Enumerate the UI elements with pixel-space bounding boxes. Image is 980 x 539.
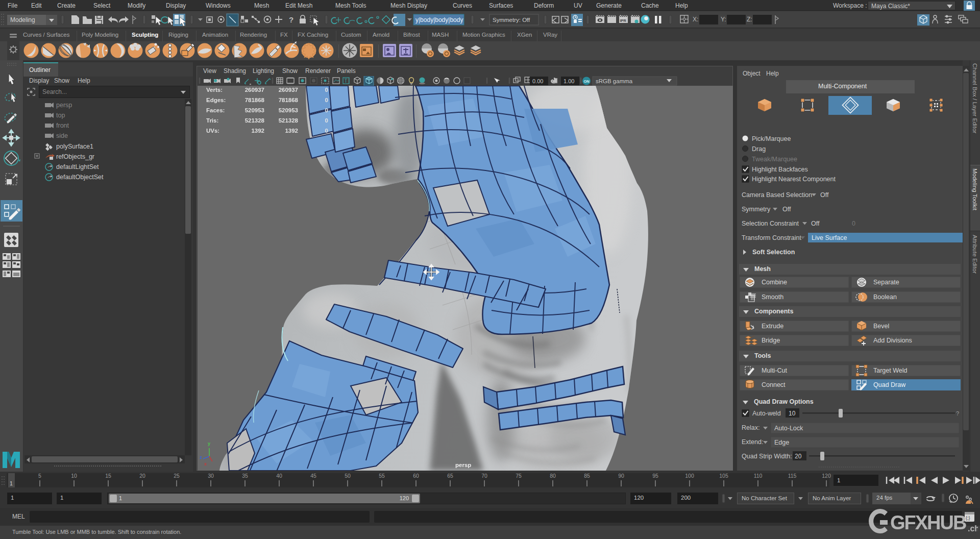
svg-text:100: 100 [685, 473, 694, 479]
svg-text:side: side [56, 132, 68, 139]
svg-text:Highlight Nearest Component: Highlight Nearest Component [752, 176, 836, 183]
svg-text:Soft Selection: Soft Selection [752, 249, 795, 255]
svg-text:Boolean: Boolean [873, 293, 897, 301]
svg-text:10: 10 [71, 473, 77, 479]
svg-text:ON: ON [584, 79, 590, 84]
svg-text:85: 85 [584, 473, 590, 479]
svg-text:65: 65 [447, 473, 453, 479]
svg-text:.ch: .ch [968, 524, 978, 533]
svg-text:Add Divisions: Add Divisions [873, 337, 912, 344]
svg-text:Extend:: Extend: [742, 438, 763, 446]
svg-text:Selection Constraint: Selection Constraint [742, 220, 799, 227]
svg-text:Live Surface: Live Surface [812, 234, 847, 241]
svg-text:40: 40 [276, 473, 282, 479]
svg-text:521328: 521328 [245, 117, 265, 124]
svg-text:520953: 520953 [279, 107, 298, 113]
svg-text:1392: 1392 [251, 128, 264, 134]
svg-text:Camera Based Selection: Camera Based Selection [742, 191, 812, 199]
svg-text:Quad Draw: Quad Draw [873, 381, 906, 388]
svg-text:top: top [56, 112, 65, 119]
svg-text:defaultObjectSet: defaultObjectSet [56, 174, 104, 181]
svg-text:Multi-Cut: Multi-Cut [762, 367, 788, 374]
svg-text:y|body|body|body: y|body|body|body [415, 16, 463, 23]
svg-text:Tweak/Marquee: Tweak/Marquee [752, 156, 797, 163]
svg-text:Drag: Drag [752, 145, 766, 153]
svg-text:115: 115 [788, 473, 797, 479]
svg-text:Modeling: Modeling [10, 16, 35, 23]
svg-text:Edge: Edge [774, 439, 789, 446]
svg-text:sRGB gamma: sRGB gamma [596, 78, 633, 84]
svg-text:GFXHUB: GFXHUB [890, 512, 966, 533]
svg-text:Auto-weld: Auto-weld [752, 410, 781, 417]
svg-text:30: 30 [208, 473, 214, 479]
svg-text:10: 10 [789, 410, 796, 417]
svg-text:75: 75 [516, 473, 522, 479]
svg-text:defaultLightSet: defaultLightSet [56, 163, 99, 170]
svg-text:55: 55 [379, 473, 385, 479]
svg-text:Highlight Backfaces: Highlight Backfaces [752, 166, 808, 173]
svg-text:Off: Off [782, 206, 791, 213]
svg-text:Bevel: Bevel [873, 323, 889, 330]
svg-text:45: 45 [310, 473, 316, 479]
svg-text:20: 20 [139, 473, 145, 479]
svg-text:25: 25 [174, 473, 180, 479]
svg-text:35: 35 [242, 473, 248, 479]
svg-text:0: 0 [852, 220, 855, 227]
svg-text:120: 120 [822, 473, 831, 479]
svg-text:0: 0 [325, 117, 328, 124]
svg-text:15: 15 [105, 473, 111, 479]
svg-text:105: 105 [719, 473, 728, 479]
svg-text:Symmetry: Off: Symmetry: Off [493, 17, 530, 23]
svg-text:Smooth: Smooth [762, 293, 783, 301]
svg-text:T: T [345, 78, 348, 84]
svg-text:Z:: Z: [747, 16, 752, 23]
svg-text:UVs:: UVs: [206, 128, 219, 134]
svg-text:1: 1 [10, 480, 13, 486]
svg-text:95: 95 [652, 473, 658, 479]
svg-text:1392: 1392 [285, 128, 298, 134]
svg-text:0.00: 0.00 [532, 78, 543, 84]
svg-text:50: 50 [345, 473, 351, 479]
svg-text:Auto-Lock: Auto-Lock [774, 425, 803, 432]
svg-text:Symmetry: Symmetry [742, 206, 771, 213]
svg-text:260937: 260937 [245, 87, 264, 93]
svg-text:Y:: Y: [721, 16, 726, 23]
svg-text:?: ? [289, 15, 293, 24]
svg-text:80: 80 [550, 473, 556, 479]
svg-text:0: 0 [325, 107, 328, 113]
svg-text:Tris:: Tris: [206, 117, 218, 124]
svg-text:5: 5 [38, 473, 41, 479]
svg-text:polySurface1: polySurface1 [56, 143, 93, 150]
svg-text:Edges:: Edges: [206, 97, 226, 103]
svg-text:X:: X: [693, 16, 698, 23]
svg-text:781868: 781868 [245, 97, 265, 103]
svg-text:Separate: Separate [873, 279, 899, 286]
svg-text:Connect: Connect [762, 381, 786, 388]
svg-text:0: 0 [325, 97, 328, 103]
svg-text:persp: persp [455, 462, 471, 468]
svg-text:?: ? [956, 410, 959, 416]
svg-text:Combine: Combine [762, 279, 787, 286]
svg-text:20: 20 [795, 453, 802, 460]
svg-text:Transform Constraint: Transform Constraint [742, 234, 801, 241]
svg-text:Off: Off [811, 220, 820, 227]
svg-text:0: 0 [325, 128, 328, 134]
svg-text:Bridge: Bridge [762, 337, 780, 344]
svg-text:0: 0 [325, 87, 328, 93]
svg-text:110: 110 [754, 473, 763, 479]
svg-text:Extrude: Extrude [762, 323, 783, 330]
svg-text:1.00: 1.00 [564, 78, 574, 84]
svg-text:60: 60 [413, 473, 419, 479]
svg-text:y: y [208, 441, 210, 446]
svg-text:Off: Off [820, 191, 829, 199]
svg-text:Relax:: Relax: [742, 424, 760, 431]
svg-text:IPR: IPR [620, 18, 627, 23]
svg-text:90: 90 [618, 473, 624, 479]
svg-text:Faces:: Faces: [206, 107, 225, 113]
svg-text:260937: 260937 [279, 87, 298, 93]
svg-text:z: z [200, 455, 202, 460]
svg-text:refObjects_gr: refObjects_gr [56, 153, 94, 160]
svg-text:70: 70 [481, 473, 487, 479]
svg-text:Quad Strip Width:: Quad Strip Width: [742, 453, 792, 460]
svg-text:persp: persp [56, 102, 72, 109]
